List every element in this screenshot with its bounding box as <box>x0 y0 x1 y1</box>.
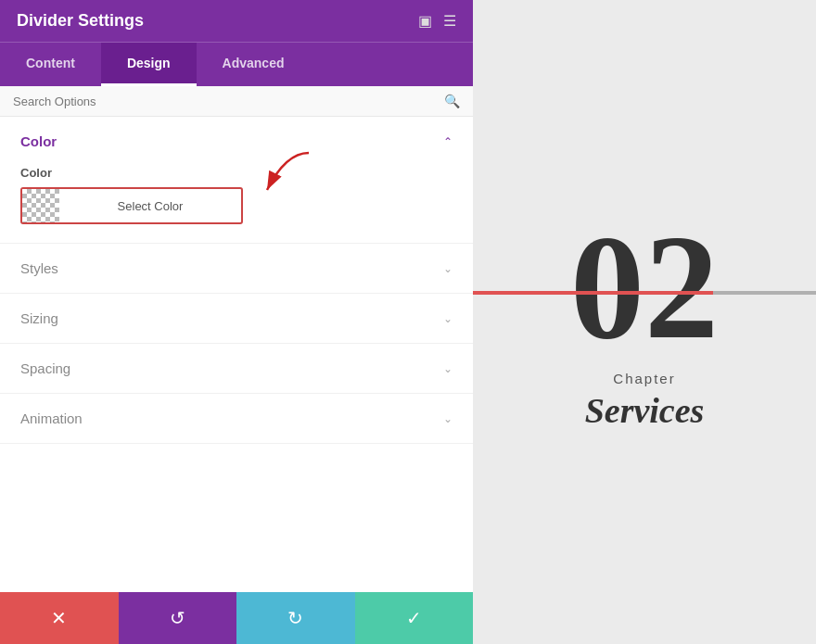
save-icon: ✓ <box>406 607 422 629</box>
section-animation-title: Animation <box>20 410 83 426</box>
redo-icon: ↻ <box>287 607 303 629</box>
divider-line <box>473 291 816 295</box>
settings-icon[interactable]: ☰ <box>443 12 456 30</box>
panel-title: Divider Settings <box>17 11 144 31</box>
section-color: Color ⌃ Color <box>0 117 473 244</box>
cancel-icon: ✕ <box>51 607 67 629</box>
color-picker[interactable]: Select Color <box>20 187 243 224</box>
chevron-down-icon: ⌄ <box>443 362 453 375</box>
cancel-button[interactable]: ✕ <box>0 592 119 644</box>
tab-content[interactable]: Content <box>0 43 101 86</box>
header-icons: ▣ ☰ <box>418 12 456 30</box>
panel-content: Color ⌃ Color <box>0 117 473 592</box>
tab-advanced[interactable]: Advanced <box>197 43 311 86</box>
section-animation-header[interactable]: Animation ⌄ <box>0 394 473 443</box>
color-field-label: Color <box>20 166 453 180</box>
section-color-body: Color Select Color <box>0 166 473 243</box>
search-icon: 🔍 <box>444 94 460 108</box>
section-color-title: Color <box>20 133 57 149</box>
section-spacing-header[interactable]: Spacing ⌄ <box>0 344 473 393</box>
chapter-display: 02 Chapter Services <box>570 213 719 431</box>
section-styles: Styles ⌄ <box>0 244 473 294</box>
red-arrow <box>249 148 313 199</box>
search-input[interactable] <box>13 95 415 108</box>
section-styles-title: Styles <box>20 260 58 276</box>
undo-button[interactable]: ↺ <box>119 592 237 644</box>
chevron-down-icon: ⌄ <box>443 312 453 325</box>
chevron-down-icon: ⌄ <box>443 412 453 425</box>
section-styles-header[interactable]: Styles ⌄ <box>0 244 473 293</box>
chapter-number: 02 <box>570 205 719 370</box>
section-sizing: Sizing ⌄ <box>0 294 473 344</box>
redo-button[interactable]: ↻ <box>236 592 355 644</box>
content-area: 02 Chapter Services <box>473 0 816 644</box>
chevron-down-icon: ⌄ <box>443 262 453 275</box>
section-spacing-title: Spacing <box>20 360 70 376</box>
panel-footer: ✕ ↺ ↻ ✓ <box>0 592 473 644</box>
section-spacing: Spacing ⌄ <box>0 344 473 394</box>
chapter-label: Chapter <box>570 371 719 386</box>
chapter-name: Services <box>570 390 719 431</box>
color-checker-preview <box>22 189 59 222</box>
section-sizing-title: Sizing <box>20 310 58 326</box>
select-color-button[interactable]: Select Color <box>59 192 241 221</box>
settings-panel: Divider Settings ▣ ☰ Content Design Adva… <box>0 0 473 644</box>
search-bar: 🔍 <box>0 86 473 117</box>
save-button[interactable]: ✓ <box>355 592 474 644</box>
section-animation: Animation ⌄ <box>0 394 473 444</box>
tab-bar: Content Design Advanced <box>0 42 473 86</box>
section-sizing-header[interactable]: Sizing ⌄ <box>0 294 473 343</box>
tab-design[interactable]: Design <box>101 43 197 86</box>
section-color-header[interactable]: Color ⌃ <box>0 117 473 166</box>
panel-header: Divider Settings ▣ ☰ <box>0 0 473 42</box>
chevron-up-icon: ⌃ <box>443 135 453 148</box>
responsive-icon[interactable]: ▣ <box>418 12 432 30</box>
undo-icon: ↺ <box>170 607 185 629</box>
